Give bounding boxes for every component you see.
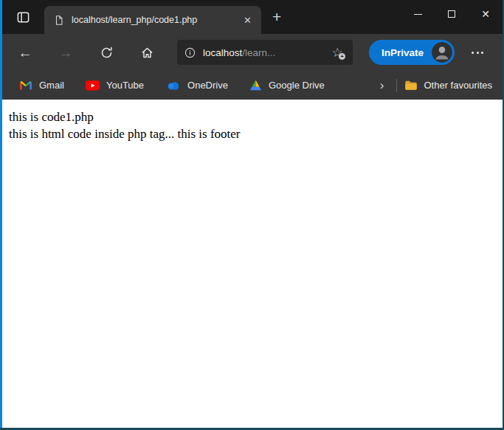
maximize-icon	[448, 10, 455, 18]
more-dots-icon	[472, 52, 474, 54]
bookmark-youtube[interactable]: YouTube	[86, 80, 144, 91]
favorite-plus-icon: +	[339, 53, 345, 60]
bookmark-label: YouTube	[106, 80, 144, 91]
favorites-divider	[396, 79, 397, 92]
home-icon	[140, 46, 154, 60]
back-button[interactable]: ←	[10, 38, 40, 66]
back-arrow-icon: ←	[18, 46, 32, 60]
inprivate-label: InPrivate	[382, 47, 424, 58]
page-viewport: this is code1.php this is html code insi…	[0, 100, 503, 428]
other-favourites-folder-icon	[404, 80, 418, 91]
favorites-bar: Gmail YouTube	[0, 71, 503, 100]
titlebar: localhost/learn_php/code1.php ✕ + ✕	[0, 0, 503, 34]
close-window-button[interactable]: ✕	[469, 0, 503, 28]
address-bar[interactable]: localhost/learn... ☆ +	[177, 40, 353, 65]
google-drive-icon	[249, 80, 262, 91]
page-text-line-2: this is html code inside php tag... this…	[9, 125, 494, 142]
window-controls: ✕	[401, 0, 503, 28]
tab-title: localhost/learn_php/code1.php	[72, 15, 238, 25]
address-host: localhost	[203, 47, 242, 58]
page-text-line-1: this is code1.php	[9, 108, 494, 125]
bookmark-gmail[interactable]: Gmail	[19, 80, 64, 91]
minimize-button[interactable]	[401, 0, 435, 28]
browser-tab[interactable]: localhost/learn_php/code1.php ✕	[44, 6, 261, 34]
page-document-icon	[54, 15, 64, 26]
address-url[interactable]: localhost/learn...	[203, 47, 275, 58]
settings-more-button[interactable]	[469, 46, 486, 60]
bookmark-google-drive[interactable]: Google Drive	[249, 80, 325, 91]
home-button[interactable]	[132, 38, 162, 66]
onedrive-icon	[165, 80, 181, 91]
forward-arrow-icon: →	[59, 46, 73, 60]
window-accent-border	[0, 0, 2, 428]
site-info-icon[interactable]	[184, 47, 196, 58]
tab-actions-button[interactable]	[12, 6, 34, 28]
bookmark-label: Gmail	[39, 80, 64, 91]
minimize-icon	[414, 14, 422, 15]
tab-actions-icon	[16, 10, 30, 24]
tab-close-button[interactable]: ✕	[238, 13, 257, 27]
bookmark-label: Google Drive	[269, 80, 325, 91]
forward-button[interactable]: →	[51, 38, 80, 66]
favorites-overflow-chevron-icon[interactable]: ›	[376, 79, 389, 91]
browser-window: localhost/learn_php/code1.php ✕ + ✕ ← →	[0, 0, 504, 430]
profile-avatar-icon[interactable]	[432, 42, 452, 63]
close-icon: ✕	[481, 8, 490, 20]
new-tab-button[interactable]: +	[272, 9, 281, 24]
youtube-icon	[86, 80, 100, 91]
navigation-toolbar: ← →	[0, 34, 503, 71]
bookmark-onedrive[interactable]: OneDrive	[165, 80, 228, 91]
add-favorite-button[interactable]: ☆ +	[329, 44, 345, 60]
inprivate-badge[interactable]: InPrivate	[369, 40, 455, 65]
other-favourites-label[interactable]: Other favourites	[424, 80, 493, 91]
refresh-icon	[100, 46, 114, 60]
maximize-button[interactable]	[435, 0, 469, 28]
address-path: /learn...	[242, 47, 275, 58]
refresh-button[interactable]	[92, 38, 121, 66]
favorites-bar-right: › Other favourites	[376, 79, 492, 92]
bookmark-label: OneDrive	[187, 80, 228, 91]
gmail-icon	[19, 80, 32, 91]
